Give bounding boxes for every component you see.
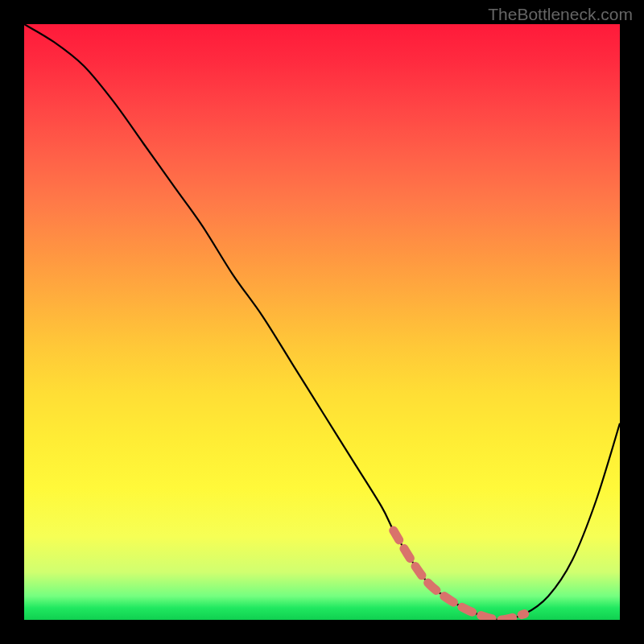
highlight-band <box>394 530 525 620</box>
chart-svg <box>24 24 620 620</box>
watermark-text: TheBottleneck.com <box>488 5 633 24</box>
bottleneck-curve <box>24 24 620 620</box>
chart-plot-area <box>24 24 620 620</box>
